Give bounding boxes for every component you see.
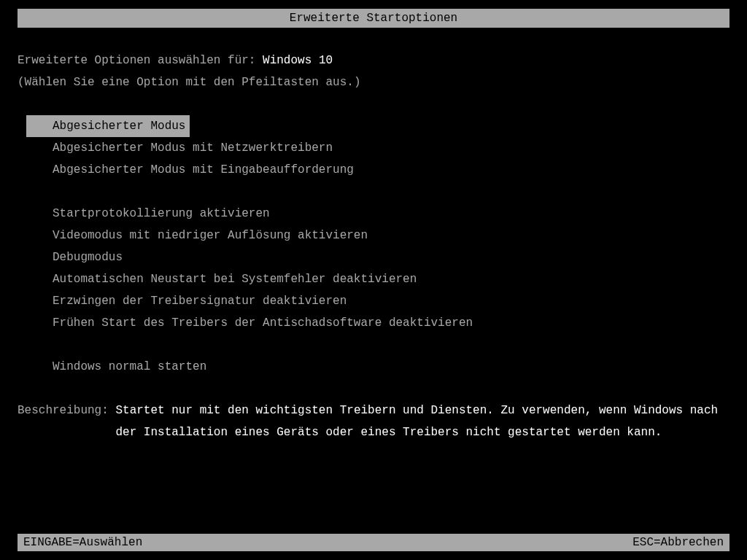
boot-menu[interactable]: Abgesicherter Modus Abgesicherter Modus …: [26, 115, 729, 378]
content-area: Erweiterte Optionen auswählen für: Windo…: [0, 28, 747, 443]
prompt-line: Erweiterte Optionen auswählen für: Windo…: [18, 50, 729, 71]
menu-group-safemode: Abgesicherter Modus Abgesicherter Modus …: [26, 115, 729, 181]
prompt-label: Erweiterte Optionen auswählen für:: [18, 54, 263, 67]
menu-item-debug-mode[interactable]: Debugmodus: [26, 246, 729, 268]
footer-enter-hint: EINGABE=Auswählen: [23, 536, 142, 549]
os-name: Windows 10: [263, 54, 333, 67]
title-bar: Erweiterte Startoptionen: [18, 9, 729, 28]
screen-title: Erweiterte Startoptionen: [290, 12, 457, 25]
menu-item-disable-driver-sig[interactable]: Erzwingen der Treibersignatur deaktivier…: [26, 290, 729, 312]
menu-item-disable-early-antimalware[interactable]: Frühen Start des Treibers der Antischads…: [26, 312, 729, 334]
footer-bar: EINGABE=Auswählen ESC=Abbrechen: [18, 534, 729, 551]
menu-item-boot-logging[interactable]: Startprotokollierung aktivieren: [26, 203, 729, 225]
footer-esc-hint: ESC=Abbrechen: [632, 536, 724, 549]
menu-item-disable-auto-restart[interactable]: Automatischen Neustart bei Systemfehler …: [26, 268, 729, 290]
menu-item-safe-mode[interactable]: Abgesicherter Modus: [26, 115, 190, 137]
menu-group-advanced: Startprotokollierung aktivieren Videomod…: [26, 203, 729, 334]
description-label: Beschreibung:: [18, 400, 115, 443]
menu-item-start-normally[interactable]: Windows normal starten: [26, 356, 729, 378]
menu-item-safe-mode-networking[interactable]: Abgesicherter Modus mit Netzwerktreibern: [26, 137, 729, 159]
menu-group-normal: Windows normal starten: [26, 356, 729, 378]
description-text: Startet nur mit den wichtigsten Treibern…: [115, 400, 729, 443]
menu-item-safe-mode-cmd[interactable]: Abgesicherter Modus mit Eingabeaufforder…: [26, 159, 729, 181]
menu-item-low-res-video[interactable]: Videomodus mit niedriger Auflösung aktiv…: [26, 225, 729, 246]
instruction-line: (Wählen Sie eine Option mit den Pfeiltas…: [18, 71, 729, 93]
description-block: Beschreibung: Startet nur mit den wichti…: [18, 400, 729, 443]
